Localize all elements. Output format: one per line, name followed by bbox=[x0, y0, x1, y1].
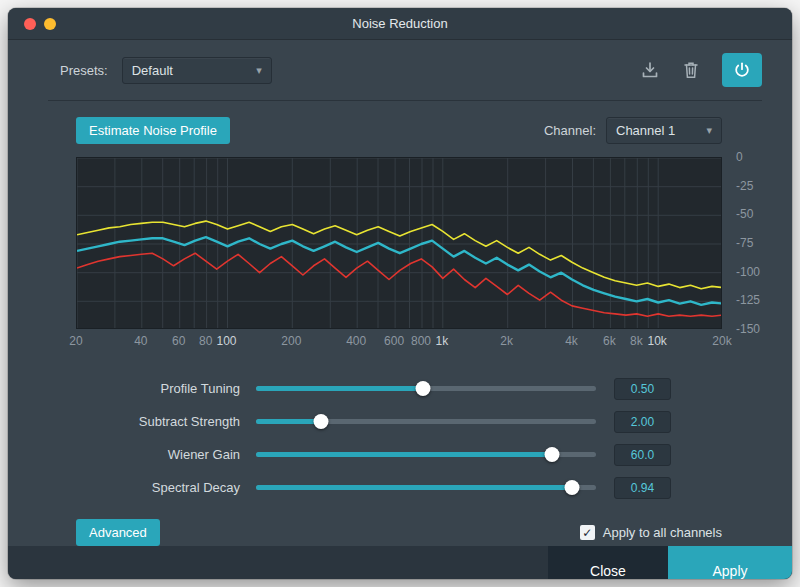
advanced-row: Advanced ✓ Apply to all channels bbox=[76, 519, 722, 546]
x-tick-20k: 20k bbox=[712, 334, 731, 348]
profile-tuning-value[interactable]: 0.50 bbox=[614, 378, 671, 400]
channel-value: Channel 1 bbox=[616, 123, 675, 138]
chevron-down-icon: ▾ bbox=[706, 124, 712, 137]
noise-reduction-dialog: Noise Reduction Presets: Default ▾ bbox=[8, 8, 792, 579]
x-axis: 204060801002004006008001k2k4k6k8k10k20k bbox=[76, 332, 722, 352]
power-icon bbox=[732, 60, 752, 80]
parameter-sliders: Profile Tuning 0.50 Subtract Strength 2.… bbox=[76, 372, 722, 504]
spectrum-chart-area: 0-25-50-75-100-125-150 20406080100200400… bbox=[76, 157, 722, 352]
slider-handle[interactable] bbox=[415, 381, 430, 396]
estimate-noise-profile-button[interactable]: Estimate Noise Profile bbox=[76, 117, 230, 144]
x-tick-40: 40 bbox=[134, 334, 147, 348]
slider-fill bbox=[256, 452, 552, 457]
slider-handle[interactable] bbox=[313, 414, 328, 429]
y-tick--25: -25 bbox=[736, 179, 753, 193]
apply-all-group[interactable]: ✓ Apply to all channels bbox=[580, 525, 722, 540]
subtract-strength-slider[interactable] bbox=[256, 419, 596, 424]
profile-row: Estimate Noise Profile Channel: Channel … bbox=[76, 117, 722, 144]
x-tick-1k: 1k bbox=[436, 334, 449, 348]
x-tick-6k: 6k bbox=[603, 334, 616, 348]
slider-handle[interactable] bbox=[565, 480, 580, 495]
slider-label: Subtract Strength bbox=[76, 414, 240, 429]
slider-handle[interactable] bbox=[544, 447, 559, 462]
download-icon bbox=[640, 60, 660, 80]
x-tick-20: 20 bbox=[69, 334, 82, 348]
x-tick-400: 400 bbox=[346, 334, 366, 348]
close-button[interactable]: Close bbox=[548, 546, 668, 579]
apply-all-label: Apply to all channels bbox=[603, 525, 722, 540]
window-controls bbox=[24, 18, 56, 30]
titlebar: Noise Reduction bbox=[8, 8, 792, 40]
slider-fill bbox=[256, 386, 423, 391]
profile-tuning-slider[interactable] bbox=[256, 386, 596, 391]
presets-dropdown[interactable]: Default ▾ bbox=[122, 57, 272, 84]
spectral-decay-slider[interactable] bbox=[256, 485, 596, 490]
x-tick-8k: 8k bbox=[630, 334, 643, 348]
y-tick--150: -150 bbox=[736, 322, 760, 336]
slider-row-spectral-decay: Spectral Decay 0.94 bbox=[76, 471, 722, 504]
y-tick--100: -100 bbox=[736, 265, 760, 279]
slider-fill bbox=[256, 485, 572, 490]
import-preset-button[interactable] bbox=[636, 56, 664, 84]
slider-label: Profile Tuning bbox=[76, 381, 240, 396]
spectrum-chart bbox=[76, 157, 722, 329]
x-tick-600: 600 bbox=[384, 334, 404, 348]
slider-label: Spectral Decay bbox=[76, 480, 240, 495]
checkmark-icon: ✓ bbox=[582, 526, 592, 540]
slider-row-wiener-gain: Wiener Gain 60.0 bbox=[76, 438, 722, 471]
apply-button[interactable]: Apply bbox=[668, 546, 792, 579]
subtract-strength-value[interactable]: 2.00 bbox=[614, 411, 671, 433]
y-axis: 0-25-50-75-100-125-150 bbox=[730, 157, 774, 329]
slider-label: Wiener Gain bbox=[76, 447, 240, 462]
slider-row-subtract-strength: Subtract Strength 2.00 bbox=[76, 405, 722, 438]
minimize-window-button[interactable] bbox=[44, 18, 56, 30]
close-window-button[interactable] bbox=[24, 18, 36, 30]
delete-preset-button[interactable] bbox=[678, 56, 704, 84]
x-tick-200: 200 bbox=[281, 334, 301, 348]
y-tick--125: -125 bbox=[736, 293, 760, 307]
spectral-decay-value[interactable]: 0.94 bbox=[614, 477, 671, 499]
channel-label: Channel: bbox=[544, 123, 596, 138]
slider-row-profile-tuning: Profile Tuning 0.50 bbox=[76, 372, 722, 405]
advanced-button[interactable]: Advanced bbox=[76, 519, 160, 546]
x-tick-60: 60 bbox=[172, 334, 185, 348]
bottom-bar: Close Apply bbox=[8, 546, 792, 579]
power-toggle-button[interactable] bbox=[722, 53, 762, 87]
wiener-gain-value[interactable]: 60.0 bbox=[614, 444, 671, 466]
apply-all-checkbox[interactable]: ✓ bbox=[580, 525, 595, 540]
y-tick--50: -50 bbox=[736, 207, 753, 221]
presets-label: Presets: bbox=[60, 63, 108, 78]
window-title: Noise Reduction bbox=[352, 16, 447, 31]
x-tick-100: 100 bbox=[216, 334, 236, 348]
channel-dropdown[interactable]: Channel 1 ▾ bbox=[606, 117, 722, 144]
y-tick-0: 0 bbox=[736, 150, 743, 164]
slider-fill bbox=[256, 419, 321, 424]
wiener-gain-slider[interactable] bbox=[256, 452, 596, 457]
x-tick-4k: 4k bbox=[565, 334, 578, 348]
x-tick-2k: 2k bbox=[500, 334, 513, 348]
presets-value: Default bbox=[132, 63, 173, 78]
presets-toolbar: Presets: Default ▾ bbox=[8, 40, 792, 100]
x-tick-10k: 10k bbox=[647, 334, 666, 348]
x-tick-800: 800 bbox=[411, 334, 431, 348]
trash-icon bbox=[682, 60, 700, 80]
chevron-down-icon: ▾ bbox=[256, 64, 262, 77]
x-tick-80: 80 bbox=[199, 334, 212, 348]
y-tick--75: -75 bbox=[736, 236, 753, 250]
channel-group: Channel: Channel 1 ▾ bbox=[544, 117, 722, 144]
